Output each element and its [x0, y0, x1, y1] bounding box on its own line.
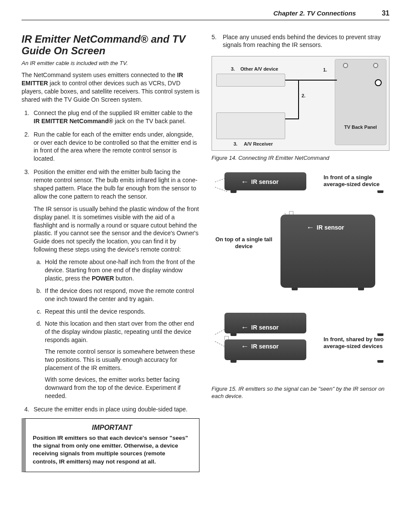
fig15-caption-2: On top of a single tall device	[212, 236, 276, 250]
important-body: Position IR emitters so that each device…	[33, 434, 191, 466]
section-title: IR Emitter NetCommand® and TV Guide On S…	[22, 33, 199, 57]
step-3-note-1: The remote control sensor is somewhere b…	[45, 348, 199, 372]
figure-15-caption: Figure 15. IR emitters so the signal can…	[212, 385, 389, 400]
step-3a: Hold the remote about one-half inch from…	[43, 258, 199, 283]
wire-bottom	[285, 118, 299, 119]
intro-text-a: The NetCommand system uses emitters conn…	[22, 72, 177, 78]
step-3a-b: button.	[114, 275, 134, 282]
power-button-text: POWER	[92, 275, 114, 282]
step-5-number: 5.	[212, 33, 218, 50]
step-5-row: 5. Place any unused ends behind the devi…	[212, 33, 389, 50]
device-small: IR sensor	[224, 172, 306, 190]
left-column: IR Emitter NetCommand® and TV Guide On S…	[22, 33, 199, 472]
device-med-bottom: IR sensor	[224, 339, 306, 360]
ir-sensor-label: IR sensor	[241, 177, 279, 187]
intro-paragraph: The NetCommand system uses emitters conn…	[22, 71, 199, 104]
step-2: Run the cable for each of the emitter en…	[31, 131, 199, 163]
fig14-num-2: 2.	[302, 93, 305, 99]
step-4: Secure the emitter ends in place using d…	[31, 405, 199, 414]
ir-emitter-jack-icon	[375, 79, 382, 86]
fig14-num-1: 1.	[323, 67, 327, 73]
chapter-title: Chapter 2. TV Connections	[274, 9, 356, 18]
step-3-p1: Position the emitter end with the emitte…	[34, 168, 199, 201]
tv-back-panel-label: TV Back Panel	[335, 124, 386, 131]
tv-back-panel: TV Back Panel	[335, 59, 386, 145]
step-5-text: Place any unused ends behind the devices…	[223, 33, 389, 50]
fig15-row-2: IR sensor On top of a single tall device	[212, 215, 389, 301]
av-receiver-label: A/V Receiver	[244, 141, 273, 147]
page-header: Chapter 2. TV Connections 31	[22, 9, 389, 20]
intro-text-b: jack to control other devices such as VC…	[22, 80, 199, 103]
panel-screw-icon	[373, 63, 378, 68]
step-3b: If the device does not respond, move the…	[43, 287, 199, 303]
section-subtitle: An IR emitter cable is included with the…	[22, 59, 199, 67]
fig15-row-1: IR sensor In front of a single average-s…	[212, 172, 389, 202]
figure-15: IR sensor In front of a single average-s…	[212, 172, 389, 373]
important-title: IMPORTANT	[33, 423, 191, 432]
panel-screw-icon	[343, 63, 348, 68]
step-3d: Note this location and then start over f…	[43, 320, 199, 400]
ir-sensor-label: IR sensor	[241, 341, 279, 352]
important-box: IMPORTANT Position IR emitters so that e…	[22, 418, 199, 472]
step-1-bold: IR EMITTER NetCommand®	[34, 118, 113, 124]
step-1-a: Connect the plug end of the supplied IR …	[34, 109, 193, 116]
right-column: 5. Place any unused ends behind the devi…	[212, 33, 389, 472]
fig15-caption-1: In front of a single average-sized devic…	[324, 174, 388, 188]
step-3-note-2: With some devices, the emitter works bet…	[45, 376, 199, 400]
page-number: 31	[382, 9, 389, 18]
fig15-row-3: IR sensor IR sensor In front, shared by …	[212, 313, 389, 373]
step-3: Position the emitter end with the emitte…	[31, 168, 199, 400]
device-med-top: IR sensor	[224, 313, 306, 333]
other-av-device-label: Other A/V device	[240, 66, 278, 72]
ir-sensor-label: IR sensor	[306, 222, 344, 233]
figure-14-caption: Figure 14. Connecting IR Emitter NetComm…	[212, 154, 389, 162]
wire-vert	[298, 80, 299, 118]
ir-sensor-label: IR sensor	[241, 322, 279, 333]
steps-list: Connect the plug end of the supplied IR …	[22, 109, 199, 414]
step-3d-text: Note this location and then start over f…	[45, 320, 194, 343]
step-3-p2: The IR sensor is usually behind the plas…	[34, 205, 199, 254]
figure-14: TV Back Panel Other A/V device 3. A/V Re…	[212, 56, 389, 151]
step-3c: Repeat this until the device responds.	[43, 308, 199, 316]
step-1: Connect the plug end of the supplied IR …	[31, 109, 199, 125]
other-av-device	[216, 74, 285, 87]
fig14-num-3a: 3.	[231, 66, 235, 72]
step-1-b: jack on the TV back panel.	[113, 118, 186, 124]
av-receiver	[216, 112, 285, 139]
step-3-sublist: Hold the remote about one-half inch from…	[34, 258, 199, 400]
device-tall: IR sensor	[280, 215, 375, 288]
fig14-num-3b: 3.	[234, 141, 237, 147]
wire-top	[285, 80, 337, 81]
fig15-caption-3: In front, shared by two average-sized de…	[324, 336, 388, 350]
